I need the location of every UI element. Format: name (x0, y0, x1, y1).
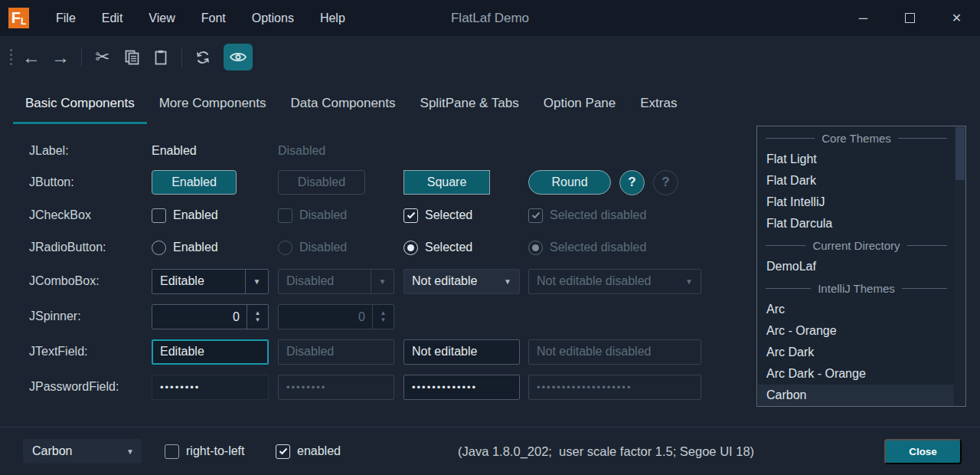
spinner-value: 0 (279, 305, 372, 329)
checkbox-checked-icon (528, 208, 543, 223)
spinner-down-icon[interactable]: ▼ (255, 316, 261, 323)
tab-extras[interactable]: Extras (628, 84, 689, 124)
chevron-down-icon: ▼ (126, 447, 142, 456)
theme-item-arc-dark[interactable]: Arc Dark (758, 342, 954, 363)
checkbox-icon (152, 208, 166, 223)
theme-group-separator: Current Directory (758, 234, 954, 256)
theme-select-combobox[interactable]: Carbon ▼ (23, 439, 142, 464)
tab-more-components[interactable]: More Components (147, 84, 279, 124)
theme-item-flat-light[interactable]: Flat Light (758, 149, 954, 170)
disabled-button[interactable]: Disabled (278, 170, 365, 195)
refresh-icon (195, 50, 211, 65)
toolbar-separator (81, 48, 82, 67)
themes-list-items: Core Themes Flat Light Flat Dark Flat In… (758, 127, 954, 406)
themes-list: Core Themes Flat Light Flat Dark Flat In… (756, 126, 966, 407)
combobox-disabled: Disabled▼ (278, 269, 394, 294)
row-jtextfield: JTextField: Editable Disabled Not editab… (0, 339, 735, 365)
tab-data-components[interactable]: Data Components (279, 84, 408, 124)
checkbox-checked-icon (276, 444, 290, 459)
theme-item-flat-darcula[interactable]: Flat Darcula (758, 213, 954, 234)
menu-edit[interactable]: Edit (89, 0, 136, 36)
forward-button[interactable]: → (46, 44, 75, 71)
combobox-editable[interactable]: Editable▼ (152, 269, 269, 294)
spinner-up-icon[interactable]: ▲ (255, 310, 261, 316)
minimize-button[interactable]: ─ (840, 0, 887, 36)
themes-scrollbar[interactable] (955, 126, 965, 406)
status-text: (Java 1.8.0_202; user scale factor 1.5; … (458, 428, 754, 475)
passwordfield-editable[interactable]: •••••••• (152, 375, 269, 400)
chevron-down-icon: ▼ (678, 270, 701, 293)
help-button[interactable]: ? (619, 170, 645, 195)
menu-file[interactable]: File (43, 0, 89, 36)
menubar: File Edit View Font Options Help (43, 0, 358, 36)
theme-item-demolaf[interactable]: DemoLaf (758, 256, 954, 277)
tab-splitpane-tabs[interactable]: SplitPane & Tabs (408, 84, 531, 124)
spinner-buttons[interactable]: ▲▼ (247, 305, 268, 329)
refresh-button[interactable] (188, 44, 217, 71)
jspinner-row-label: JSpinner: (29, 303, 81, 329)
minimize-icon: ─ (859, 11, 867, 25)
cut-button[interactable]: ✂ (88, 44, 117, 71)
bottombar: Carbon ▼ right-to-left enabled (Java 1.8… (0, 427, 980, 475)
tab-strip: Basic Components More Components Data Co… (13, 84, 689, 124)
logo-letter-l: L (21, 16, 26, 27)
maximize-button[interactable] (887, 0, 933, 36)
paste-icon (155, 50, 167, 65)
chevron-down-icon[interactable]: ▼ (245, 270, 268, 293)
show-hidden-toggle[interactable] (224, 44, 253, 70)
tabbar: Basic Components More Components Data Co… (0, 84, 980, 124)
theme-group-separator: IntelliJ Themes (758, 277, 954, 299)
tab-basic-components[interactable]: Basic Components (13, 84, 147, 124)
theme-item-carbon[interactable]: Carbon (758, 385, 954, 406)
help-button-disabled[interactable]: ? (653, 170, 678, 195)
enabled-checkbox[interactable]: enabled (276, 439, 341, 464)
chevron-down-icon: ▼ (371, 270, 394, 293)
spinner-buttons: ▲▼ (372, 305, 394, 329)
maximize-icon (905, 13, 915, 23)
menu-view[interactable]: View (136, 0, 188, 36)
copy-icon (125, 50, 139, 65)
tab-option-pane[interactable]: Option Pane (531, 84, 629, 124)
close-window-button[interactable]: ✕ (933, 0, 980, 36)
theme-item-arc-orange[interactable]: Arc - Orange (758, 320, 954, 342)
radio-icon (152, 241, 166, 255)
combobox-not-editable[interactable]: Not editable▼ (403, 269, 520, 294)
menu-help[interactable]: Help (307, 0, 358, 36)
textfield-not-editable[interactable]: Not editable (403, 339, 520, 365)
row-jpasswordfield: JPasswordField: •••••••• •••••••• ••••••… (0, 374, 735, 400)
jpasswordfield-row-label: JPasswordField: (29, 374, 119, 400)
enabled-button[interactable]: Enabled (152, 170, 237, 195)
radio-selected[interactable]: Selected (403, 234, 520, 260)
close-button[interactable]: Close (884, 439, 962, 464)
spinner-value[interactable]: 0 (152, 305, 247, 329)
checkbox-disabled: Disabled (278, 202, 394, 228)
theme-item-flat-dark[interactable]: Flat Dark (758, 170, 954, 192)
passwordfield-not-editable[interactable]: ••••••••••••• (403, 375, 520, 400)
checkbox-selected[interactable]: Selected (403, 202, 520, 228)
copy-button[interactable] (117, 44, 146, 71)
window-controls: ─ ✕ (840, 0, 980, 36)
theme-item-flat-intellij[interactable]: Flat IntelliJ (758, 192, 954, 213)
toolbar-grip[interactable] (10, 49, 12, 65)
menu-font[interactable]: Font (188, 0, 239, 36)
textfield-editable[interactable]: Editable (152, 339, 269, 365)
row-jcheckbox: JCheckBox Enabled Disabled Selected Sele… (0, 202, 735, 228)
spinner-down-icon: ▼ (381, 316, 387, 323)
paste-button[interactable] (146, 44, 175, 71)
theme-item-arc-dark-orange[interactable]: Arc Dark - Orange (758, 363, 954, 385)
back-button[interactable]: ← (17, 44, 46, 71)
row-jspinner: JSpinner: 0 ▲▼ 0 ▲▼ (0, 303, 735, 329)
menu-options[interactable]: Options (239, 0, 307, 36)
spinner-enabled[interactable]: 0 ▲▼ (152, 304, 269, 329)
scrollbar-thumb[interactable] (956, 127, 965, 180)
square-button[interactable]: Square (403, 170, 490, 195)
right-to-left-checkbox[interactable]: right-to-left (165, 439, 244, 464)
textfield-disabled: Disabled (278, 339, 394, 365)
toolbar: ← → ✂ (0, 36, 980, 78)
radio-enabled[interactable]: Enabled (152, 234, 269, 260)
round-button[interactable]: Round (528, 170, 611, 195)
row-jlabel: JLabel: Enabled Disabled (0, 138, 735, 164)
textfield-not-editable-disabled: Not editable disabled (528, 339, 701, 365)
theme-item-arc[interactable]: Arc (758, 299, 954, 320)
checkbox-enabled[interactable]: Enabled (152, 202, 269, 228)
